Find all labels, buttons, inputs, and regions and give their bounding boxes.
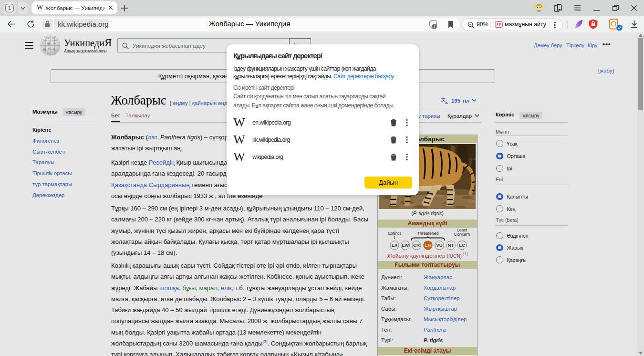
- svg-text:EX: EX: [392, 243, 398, 248]
- svg-text:A: A: [445, 101, 448, 105]
- svg-text:VU: VU: [436, 243, 443, 248]
- svg-text:Φ: Φ: [42, 42, 44, 45]
- svg-text:CR: CR: [413, 243, 420, 248]
- svg-text:Extinct: Extinct: [388, 231, 401, 236]
- svg-text:EN: EN: [425, 243, 431, 248]
- svg-text:ว: ว: [48, 47, 50, 51]
- svg-text:И: И: [52, 37, 55, 40]
- svg-text:维: 维: [47, 42, 51, 45]
- svg-text:Ω: Ω: [43, 47, 45, 50]
- svg-text:1: 1: [433, 24, 436, 29]
- svg-text:W: W: [46, 36, 50, 40]
- svg-text:א: א: [47, 52, 49, 55]
- svg-text:ው: ው: [53, 42, 56, 45]
- svg-text:LC: LC: [459, 243, 465, 248]
- svg-text:NT: NT: [448, 243, 454, 248]
- svg-text:Concern: Concern: [454, 232, 470, 237]
- svg-text:EW: EW: [402, 243, 409, 248]
- svg-text:Threatened: Threatened: [417, 231, 439, 236]
- svg-text:ড: ড: [52, 47, 55, 50]
